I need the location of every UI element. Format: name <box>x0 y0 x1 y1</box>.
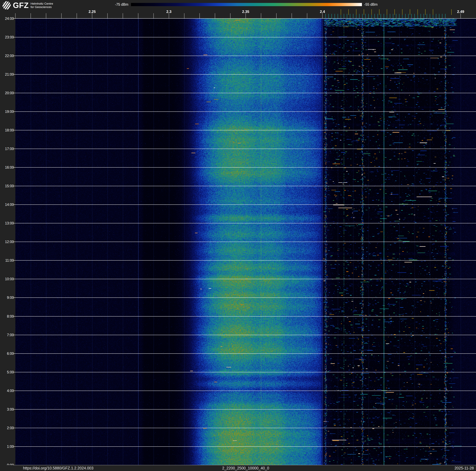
freq-tick <box>46 13 46 18</box>
ble-channel-tick <box>396 14 396 18</box>
ble-channel-tick <box>335 14 335 18</box>
ble-channel-tick <box>350 14 350 18</box>
wifi-channel-tick <box>433 9 433 15</box>
time-axis-label: 7:00 <box>0 333 14 337</box>
freq-tick <box>230 13 230 18</box>
freq-tick <box>292 13 292 18</box>
hour-gridline <box>13 316 476 317</box>
gfz-logo-subtitle-line1: Helmholtz Centre <box>31 2 53 5</box>
freq-tick <box>153 13 154 18</box>
freq-axis-label: 2.49 <box>457 10 464 14</box>
time-axis-label: 9:00 <box>0 296 14 300</box>
hour-gridline <box>13 335 476 335</box>
freq-tick <box>261 13 261 18</box>
time-axis-label: 8:00 <box>0 314 14 318</box>
time-axis-label: 14:00 <box>0 203 14 207</box>
hour-gridline <box>13 428 476 428</box>
time-axis-label: 21:00 <box>0 72 14 76</box>
freq-tick <box>31 13 31 18</box>
hour-gridline <box>13 372 476 372</box>
ble-channel-tick <box>445 14 445 18</box>
freq-tick <box>184 13 184 18</box>
hour-gridline <box>13 93 476 93</box>
time-axis-label: 23:00 <box>0 35 14 39</box>
hour-gridline <box>13 37 476 37</box>
ble-channel-tick <box>408 14 408 18</box>
spectrogram-report-page: { "header": { "logo": { "abbr": "GFZ", "… <box>0 0 476 471</box>
hour-gridline <box>13 446 476 447</box>
ble-channel-tick <box>374 14 375 18</box>
time-axis-label: 1:00 <box>0 444 14 449</box>
wifi-channel-tick <box>364 9 364 15</box>
ble-channel-tick <box>439 14 439 18</box>
ble-channel-tick <box>381 14 381 18</box>
ble-channel-tick <box>338 14 338 18</box>
hour-gridline <box>13 391 476 391</box>
freq-tick <box>215 13 215 18</box>
time-axis-label: 2:00 <box>0 426 14 430</box>
time-axis-label: 15:00 <box>0 184 14 188</box>
ble-channel-tick <box>421 14 421 18</box>
freq-axis-label: 2.25 <box>89 10 96 14</box>
wifi-channel-tick <box>387 9 387 15</box>
ble-channel-tick <box>332 14 332 18</box>
hour-gridline <box>13 223 476 223</box>
ble-channel-tick <box>378 14 378 18</box>
ble-channel-tick <box>359 14 359 18</box>
hour-gridline <box>13 353 476 354</box>
wifi-channel-tick <box>394 9 395 15</box>
freq-tick <box>92 13 92 18</box>
freq-axis-label: 2.4 <box>320 10 325 14</box>
ble-channel-tick <box>384 14 384 18</box>
time-axis-label: 16:00 <box>0 165 14 170</box>
footer-date: 2025-11-28 <box>455 466 474 471</box>
freq-tick <box>200 13 200 18</box>
time-axis-label: 6:00 <box>0 351 14 356</box>
wifi-channel-tick <box>418 9 418 15</box>
gfz-logo-abbr: GFZ <box>13 1 29 10</box>
time-axis-label: 10:00 <box>0 277 14 281</box>
hour-gridline <box>13 242 476 242</box>
wifi-channel-tick <box>341 9 341 15</box>
freq-tick <box>107 13 108 18</box>
freq-tick <box>123 13 123 18</box>
hour-gridline <box>13 130 476 130</box>
freq-tick <box>15 13 16 18</box>
freq-tick <box>460 13 461 18</box>
gfz-logo-subtitle: Helmholtz Centre for Geosciences <box>31 2 53 9</box>
ble-channel-tick <box>393 14 393 18</box>
hour-gridline <box>13 204 476 205</box>
freq-tick <box>322 13 323 18</box>
time-axis-label: 11:00 <box>0 258 14 263</box>
ble-channel-tick <box>347 14 347 18</box>
ble-channel-tick <box>399 14 399 18</box>
time-axis-label: 3:00 <box>0 407 14 411</box>
wifi-channel-tick <box>356 9 357 15</box>
ble-channel-tick <box>424 14 424 18</box>
time-axis-label: 22:00 <box>0 54 14 58</box>
time-axis-label: 20:00 <box>0 91 14 95</box>
hour-gridline <box>13 186 476 186</box>
ble-channel-tick <box>427 14 427 18</box>
hour-gridline <box>13 56 476 56</box>
ble-channel-tick <box>344 14 344 18</box>
freq-tick <box>61 13 62 18</box>
ble-channel-tick <box>414 14 415 18</box>
gfz-logo: GFZ Helmholtz Centre for Geosciences <box>2 1 53 10</box>
ble-channel-tick <box>353 14 353 18</box>
time-axis-label: 19:00 <box>0 109 14 114</box>
wifi-channel-tick <box>425 9 425 15</box>
footer-doi-link[interactable]: https://doi.org/10.5880/GFZ.1.2.2024.003 <box>23 466 94 471</box>
footer-filename: 2_2200_2500_10000_40_0 <box>222 466 269 471</box>
colorbar-min-label: -75 dBm <box>115 2 128 7</box>
colorbar-max-label: -55 dBm <box>364 2 378 7</box>
time-axis-label: 5:00 <box>0 370 14 374</box>
wifi-channel-tick <box>451 9 452 15</box>
ble-channel-tick <box>390 14 390 18</box>
freq-tick <box>307 13 307 18</box>
hour-gridline <box>13 409 476 410</box>
hour-gridline <box>13 74 476 74</box>
hour-gridline <box>13 260 476 261</box>
hour-gridline <box>13 167 476 167</box>
time-axis-label: 24:00 <box>0 17 14 21</box>
